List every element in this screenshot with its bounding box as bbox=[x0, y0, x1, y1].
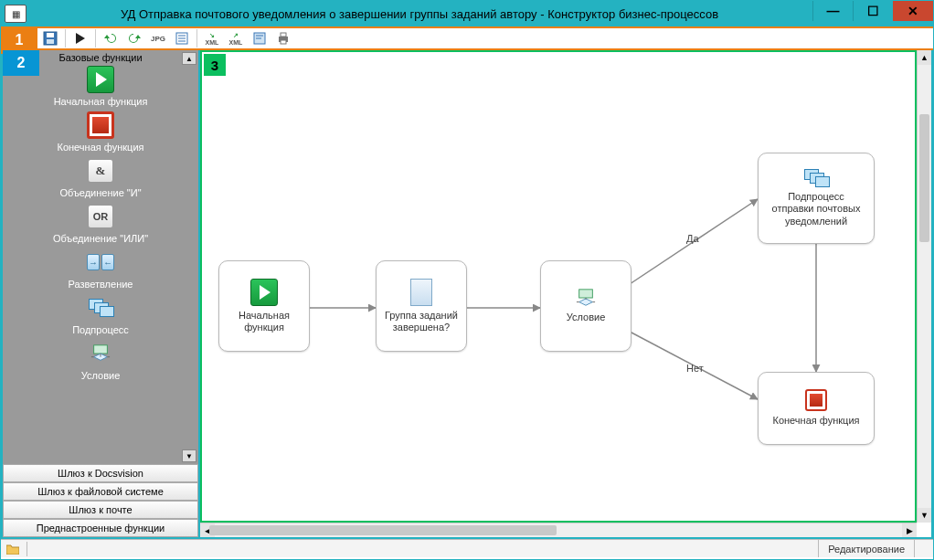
accordion-mail[interactable]: Шлюз к почте bbox=[3, 501, 198, 519]
scroll-up-button[interactable]: ▲ bbox=[918, 50, 931, 65]
svg-rect-2 bbox=[47, 39, 54, 44]
svg-rect-24 bbox=[579, 290, 593, 298]
svg-marker-25 bbox=[579, 299, 593, 305]
app-icon: ▦ bbox=[5, 5, 27, 23]
window-title: УД Отправка почтового уведомления о заве… bbox=[27, 7, 812, 21]
minimize-button[interactable]: — bbox=[812, 1, 853, 21]
accordion-docsvision[interactable]: Шлюз к Docsvision bbox=[3, 464, 198, 482]
branch-icon: →← bbox=[87, 254, 114, 270]
end-icon bbox=[87, 111, 114, 139]
palette-item-end[interactable]: Конечная функция bbox=[3, 111, 198, 153]
document-icon bbox=[410, 279, 432, 306]
accordion-preset[interactable]: Преднастроенные функции bbox=[3, 519, 198, 537]
annotation-tag-2: 2 bbox=[3, 50, 39, 76]
undo-button[interactable] bbox=[100, 28, 122, 48]
condition-icon bbox=[576, 288, 596, 308]
palette-item-label: Начальная функция bbox=[3, 96, 198, 107]
palette-item-branch[interactable]: →← Разветвление bbox=[3, 248, 198, 290]
end-icon bbox=[805, 389, 827, 411]
node-end[interactable]: Конечная функция bbox=[758, 372, 875, 445]
node-label: Группа заданий завершена? bbox=[384, 310, 459, 333]
start-icon bbox=[87, 66, 114, 93]
main: 2 ▲ Базовые функции Начальная функция Ко… bbox=[1, 50, 933, 539]
svg-rect-1 bbox=[47, 33, 54, 37]
start-icon bbox=[250, 279, 278, 306]
close-button[interactable]: ✕ bbox=[893, 1, 933, 21]
scroll-down-button[interactable]: ▼ bbox=[918, 508, 931, 523]
print-button[interactable] bbox=[272, 28, 294, 48]
svg-marker-3 bbox=[76, 33, 85, 44]
svg-rect-12 bbox=[281, 33, 286, 37]
titlebar: ▦ УД Отправка почтового уведомления о за… bbox=[1, 1, 933, 26]
import-xml-button[interactable]: ↘XML bbox=[201, 28, 223, 48]
palette-item-label: Объединение "И" bbox=[3, 187, 198, 198]
folder-icon[interactable] bbox=[5, 542, 21, 556]
palette-scroll-up[interactable]: ▲ bbox=[182, 52, 196, 65]
scroll-thumb[interactable] bbox=[919, 114, 929, 242]
vertical-scrollbar[interactable]: ▲ ▼ bbox=[917, 50, 931, 523]
diagram-canvas[interactable]: 3 Да Нет Начальная функция bbox=[200, 50, 917, 523]
scroll-thumb[interactable] bbox=[209, 525, 557, 535]
svg-rect-13 bbox=[281, 40, 286, 44]
export-xml-button[interactable]: ↗XML bbox=[225, 28, 247, 48]
node-label: Конечная функция bbox=[772, 415, 859, 427]
horizontal-scrollbar[interactable]: ◀ ▶ bbox=[200, 523, 917, 537]
statusbar: Редактирование bbox=[1, 539, 933, 557]
status-empty bbox=[914, 540, 933, 557]
export-jpg-button[interactable]: JPG bbox=[147, 28, 169, 48]
palette-item-label: Объединение "ИЛИ" bbox=[3, 233, 198, 244]
or-icon: OR bbox=[88, 205, 113, 228]
subprocess-icon bbox=[89, 299, 112, 317]
maximize-button[interactable]: ☐ bbox=[853, 1, 893, 21]
and-icon: & bbox=[88, 159, 113, 183]
save-button[interactable] bbox=[39, 28, 61, 48]
subprocess-icon bbox=[804, 169, 828, 187]
palette-item-and[interactable]: & Объединение "И" bbox=[3, 156, 198, 198]
window-buttons: — ☐ ✕ bbox=[812, 1, 933, 26]
condition-icon bbox=[90, 343, 111, 364]
node-label: Условие bbox=[567, 312, 606, 323]
palette-item-subprocess[interactable]: Подпроцесс bbox=[3, 293, 198, 335]
node-subprocess[interactable]: Подпроцесс отправки почтовых уведомлений bbox=[758, 153, 875, 244]
palette-item-label: Подпроцесс bbox=[3, 324, 198, 335]
palette-item-or[interactable]: OR Объединение "ИЛИ" bbox=[3, 202, 198, 244]
edge-label-no: Нет bbox=[686, 363, 704, 374]
run-button[interactable] bbox=[69, 28, 91, 48]
edge-label-yes: Да bbox=[686, 233, 699, 244]
scroll-right-button[interactable]: ▶ bbox=[902, 523, 917, 537]
node-label: Подпроцесс отправки почтовых уведомлений bbox=[766, 191, 866, 227]
annotation-tag-3: 3 bbox=[204, 54, 226, 76]
redo-button[interactable] bbox=[123, 28, 145, 48]
sidebar: 2 ▲ Базовые функции Начальная функция Ко… bbox=[3, 50, 200, 537]
palette: ▲ Базовые функции Начальная функция Коне… bbox=[3, 50, 198, 464]
palette-item-label: Конечная функция bbox=[3, 142, 198, 153]
accordion-filesystem[interactable]: Шлюз к файловой системе bbox=[3, 482, 198, 501]
toolbar: JPG ↘XML ↗XML bbox=[39, 28, 294, 48]
report-button[interactable] bbox=[171, 28, 193, 48]
status-mode: Редактирование bbox=[818, 540, 914, 557]
svg-rect-14 bbox=[94, 345, 108, 354]
node-condition[interactable]: Условие bbox=[540, 260, 632, 352]
node-group[interactable]: Группа заданий завершена? bbox=[376, 260, 467, 352]
palette-scroll-down[interactable]: ▼ bbox=[182, 449, 196, 462]
palette-item-condition[interactable]: Условие bbox=[3, 339, 198, 381]
canvas-region: 3 Да Нет Начальная функция bbox=[200, 50, 931, 537]
palette-accordion: Шлюз к Docsvision Шлюз к файловой систем… bbox=[3, 464, 198, 537]
toolbar-region: 1 JPG ↘XML ↗XML bbox=[1, 26, 933, 50]
log-button[interactable] bbox=[249, 28, 271, 48]
palette-item-label: Разветвление bbox=[3, 279, 198, 290]
node-label: Начальная функция bbox=[227, 310, 302, 333]
palette-item-label: Условие bbox=[3, 370, 198, 381]
node-start[interactable]: Начальная функция bbox=[218, 260, 310, 352]
